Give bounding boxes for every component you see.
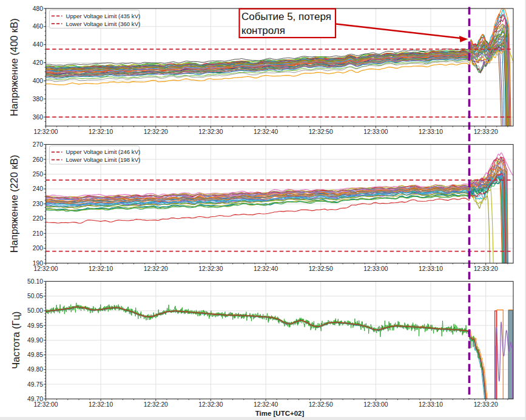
svg-text:240: 240: [33, 185, 43, 192]
svg-text:190: 190: [33, 260, 43, 267]
svg-text:12:32:00: 12:32:00: [33, 265, 58, 272]
svg-text:49.90: 49.90: [27, 337, 43, 344]
svg-text:12:33:20: 12:33:20: [474, 128, 498, 135]
svg-text:12:33:10: 12:33:10: [419, 265, 443, 272]
svg-text:12:33:20: 12:33:20: [474, 265, 498, 272]
svg-text:480: 480: [33, 5, 43, 12]
svg-text:250: 250: [33, 171, 43, 178]
svg-text:12:32:10: 12:32:10: [89, 401, 113, 408]
svg-text:12:32:20: 12:32:20: [144, 265, 168, 272]
svg-text:контроля: контроля: [241, 25, 285, 36]
svg-text:50.00: 50.00: [27, 307, 43, 314]
svg-text:210: 210: [33, 230, 43, 237]
svg-text:440: 440: [33, 41, 43, 48]
svg-text:400: 400: [33, 78, 43, 84]
svg-text:380: 380: [33, 96, 43, 102]
svg-text:220: 220: [33, 215, 43, 222]
svg-text:12:33:00: 12:33:00: [363, 128, 388, 135]
svg-text:200: 200: [33, 245, 43, 252]
svg-text:12:33:00: 12:33:00: [363, 401, 388, 408]
svg-text:50.05: 50.05: [27, 293, 43, 299]
svg-text:12:32:50: 12:32:50: [309, 128, 333, 135]
svg-text:49.95: 49.95: [27, 322, 43, 329]
svg-text:460: 460: [33, 23, 43, 30]
svg-text:Upper Voltage Limit (246 kV): Upper Voltage Limit (246 kV): [66, 148, 141, 155]
svg-text:12:32:30: 12:32:30: [198, 265, 223, 272]
svg-text:12:32:40: 12:32:40: [254, 265, 278, 272]
svg-text:49.70: 49.70: [27, 396, 43, 402]
svg-text:270: 270: [33, 141, 43, 148]
svg-text:12:32:20: 12:32:20: [144, 128, 168, 135]
svg-text:49.80: 49.80: [27, 366, 43, 373]
svg-text:Напряжение (400 кВ): Напряжение (400 кВ): [8, 18, 19, 116]
svg-text:360: 360: [33, 114, 43, 121]
svg-text:12:32:50: 12:32:50: [309, 401, 333, 408]
svg-text:12:32:50: 12:32:50: [309, 265, 333, 272]
svg-text:49.75: 49.75: [27, 381, 43, 388]
svg-text:49.85: 49.85: [27, 352, 43, 358]
svg-text:12:33:20: 12:33:20: [474, 401, 498, 408]
svg-text:12:32:30: 12:32:30: [198, 401, 223, 408]
svg-text:Upper Voltage Limit (435 kV): Upper Voltage Limit (435 kV): [66, 13, 141, 19]
svg-text:12:32:40: 12:32:40: [254, 401, 278, 408]
svg-text:Time [UTC+02]: Time [UTC+02]: [255, 410, 305, 417]
svg-text:Событие 5, потеря: Событие 5, потеря: [241, 11, 331, 22]
svg-text:12:32:10: 12:32:10: [89, 128, 113, 135]
svg-text:12:32:00: 12:32:00: [33, 401, 58, 408]
svg-text:Напряжение (220 кВ): Напряжение (220 кВ): [8, 155, 19, 253]
svg-text:Lower Voltage Limit (360 kV): Lower Voltage Limit (360 kV): [66, 21, 141, 27]
svg-text:12:32:00: 12:32:00: [33, 128, 58, 135]
svg-text:Lower Voltage Limit (198 kV): Lower Voltage Limit (198 kV): [66, 156, 141, 163]
svg-text:12:33:00: 12:33:00: [363, 265, 388, 272]
svg-text:12:33:10: 12:33:10: [419, 128, 443, 135]
svg-text:12:32:40: 12:32:40: [254, 128, 278, 135]
svg-text:12:33:10: 12:33:10: [419, 401, 443, 408]
svg-text:420: 420: [33, 59, 43, 66]
svg-text:260: 260: [33, 156, 43, 163]
svg-text:12:32:10: 12:32:10: [89, 265, 113, 272]
svg-text:Частота (Гц): Частота (Гц): [10, 312, 21, 369]
svg-text:50.10: 50.10: [27, 278, 43, 285]
svg-text:12:32:30: 12:32:30: [198, 128, 223, 135]
svg-text:230: 230: [33, 201, 43, 207]
svg-text:12:32:20: 12:32:20: [144, 401, 168, 408]
